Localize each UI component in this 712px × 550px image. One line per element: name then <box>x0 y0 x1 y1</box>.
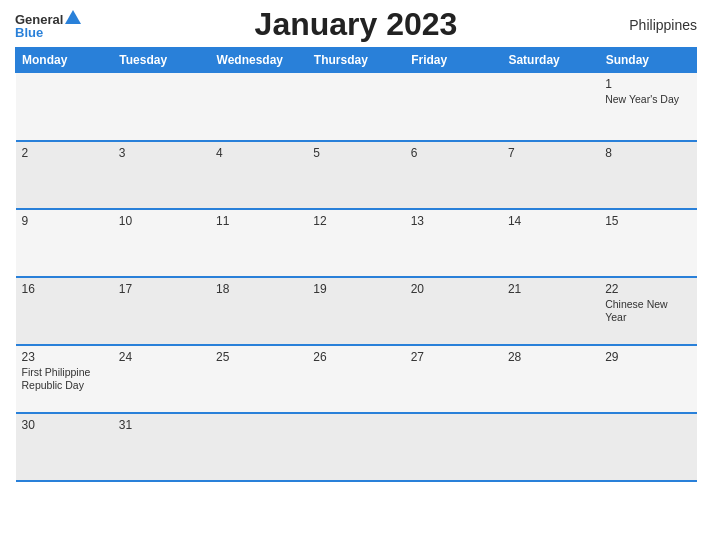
calendar-cell <box>502 413 599 481</box>
day-number: 18 <box>216 282 301 296</box>
calendar-cell: 16 <box>16 277 113 345</box>
event-text: Chinese New Year <box>605 298 667 324</box>
calendar-cell: 23First Philippine Republic Day <box>16 345 113 413</box>
event-text: First Philippine Republic Day <box>22 366 91 392</box>
day-number: 9 <box>22 214 107 228</box>
calendar-cell <box>307 73 404 141</box>
calendar-cell: 12 <box>307 209 404 277</box>
day-number: 6 <box>411 146 496 160</box>
day-number: 30 <box>22 418 107 432</box>
logo-blue-text: Blue <box>15 26 81 39</box>
calendar-cell <box>405 413 502 481</box>
calendar-cell: 26 <box>307 345 404 413</box>
calendar-week-row: 2345678 <box>16 141 697 209</box>
day-number: 5 <box>313 146 398 160</box>
calendar-cell <box>599 413 696 481</box>
day-number: 19 <box>313 282 398 296</box>
calendar-cell: 25 <box>210 345 307 413</box>
calendar-cell: 22Chinese New Year <box>599 277 696 345</box>
weekday-header-sunday: Sunday <box>599 48 696 73</box>
day-number: 14 <box>508 214 593 228</box>
calendar-cell <box>210 413 307 481</box>
day-number: 22 <box>605 282 690 296</box>
day-number: 10 <box>119 214 204 228</box>
calendar-cell <box>502 73 599 141</box>
calendar-week-row: 9101112131415 <box>16 209 697 277</box>
calendar-cell: 5 <box>307 141 404 209</box>
calendar-week-row: 3031 <box>16 413 697 481</box>
calendar-cell: 17 <box>113 277 210 345</box>
weekday-header-saturday: Saturday <box>502 48 599 73</box>
calendar-cell: 2 <box>16 141 113 209</box>
weekday-header-tuesday: Tuesday <box>113 48 210 73</box>
calendar-cell: 14 <box>502 209 599 277</box>
weekday-header-row: MondayTuesdayWednesdayThursdayFridaySatu… <box>16 48 697 73</box>
logo-triangle-icon <box>65 10 81 24</box>
calendar-week-row: 16171819202122Chinese New Year <box>16 277 697 345</box>
day-number: 25 <box>216 350 301 364</box>
day-number: 11 <box>216 214 301 228</box>
day-number: 28 <box>508 350 593 364</box>
calendar-cell: 11 <box>210 209 307 277</box>
day-number: 13 <box>411 214 496 228</box>
calendar-cell: 19 <box>307 277 404 345</box>
day-number: 7 <box>508 146 593 160</box>
title-block: January 2023 <box>255 7 458 42</box>
day-number: 16 <box>22 282 107 296</box>
calendar-cell: 15 <box>599 209 696 277</box>
calendar-cell: 30 <box>16 413 113 481</box>
calendar-title: January 2023 <box>255 7 458 42</box>
day-number: 24 <box>119 350 204 364</box>
weekday-header-thursday: Thursday <box>307 48 404 73</box>
day-number: 21 <box>508 282 593 296</box>
calendar-cell: 29 <box>599 345 696 413</box>
calendar-container: General Blue January 2023 Philippines Mo… <box>0 0 712 550</box>
calendar-cell: 27 <box>405 345 502 413</box>
calendar-cell: 13 <box>405 209 502 277</box>
day-number: 3 <box>119 146 204 160</box>
weekday-header-friday: Friday <box>405 48 502 73</box>
calendar-cell: 7 <box>502 141 599 209</box>
calendar-cell: 18 <box>210 277 307 345</box>
calendar-cell: 20 <box>405 277 502 345</box>
event-text: New Year's Day <box>605 93 679 105</box>
calendar-grid: MondayTuesdayWednesdayThursdayFridaySatu… <box>15 47 697 482</box>
calendar-cell: 8 <box>599 141 696 209</box>
calendar-header: General Blue January 2023 Philippines <box>15 10 697 39</box>
weekday-header-monday: Monday <box>16 48 113 73</box>
calendar-week-row: 1New Year's Day <box>16 73 697 141</box>
country-name: Philippines <box>629 17 697 33</box>
day-number: 4 <box>216 146 301 160</box>
day-number: 26 <box>313 350 398 364</box>
weekday-header-wednesday: Wednesday <box>210 48 307 73</box>
calendar-cell <box>113 73 210 141</box>
day-number: 1 <box>605 77 690 91</box>
calendar-cell: 3 <box>113 141 210 209</box>
calendar-cell: 9 <box>16 209 113 277</box>
calendar-cell <box>16 73 113 141</box>
logo: General Blue <box>15 10 81 39</box>
calendar-cell: 28 <box>502 345 599 413</box>
day-number: 12 <box>313 214 398 228</box>
calendar-cell: 24 <box>113 345 210 413</box>
calendar-cell <box>307 413 404 481</box>
day-number: 20 <box>411 282 496 296</box>
day-number: 17 <box>119 282 204 296</box>
calendar-cell: 10 <box>113 209 210 277</box>
day-number: 8 <box>605 146 690 160</box>
calendar-cell: 31 <box>113 413 210 481</box>
calendar-cell <box>210 73 307 141</box>
calendar-cell: 6 <box>405 141 502 209</box>
day-number: 27 <box>411 350 496 364</box>
day-number: 31 <box>119 418 204 432</box>
day-number: 23 <box>22 350 107 364</box>
calendar-cell: 1New Year's Day <box>599 73 696 141</box>
day-number: 2 <box>22 146 107 160</box>
calendar-cell: 4 <box>210 141 307 209</box>
calendar-week-row: 23First Philippine Republic Day242526272… <box>16 345 697 413</box>
day-number: 15 <box>605 214 690 228</box>
day-number: 29 <box>605 350 690 364</box>
calendar-cell: 21 <box>502 277 599 345</box>
calendar-cell <box>405 73 502 141</box>
